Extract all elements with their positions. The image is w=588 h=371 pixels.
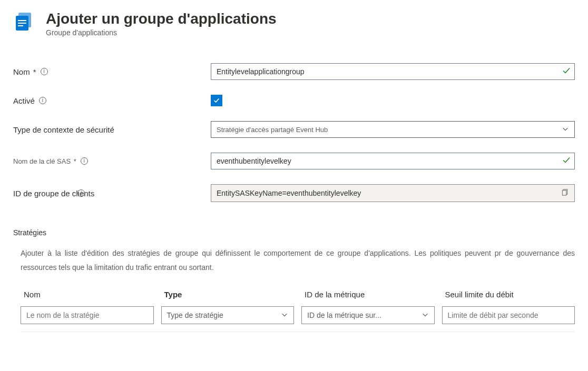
col-header-metric: ID de la métrique xyxy=(301,290,435,299)
info-icon[interactable]: i xyxy=(39,97,46,104)
svg-rect-4 xyxy=(18,25,23,26)
svg-rect-2 xyxy=(18,20,26,21)
client-group-id-field: EntitySASKeyName=eventhubentitylevelkey xyxy=(211,184,575,202)
policy-type-select[interactable]: Type de stratégie xyxy=(161,306,295,324)
client-group-id-label: ID de groupe de clients i xyxy=(13,189,211,198)
page-header: Ajouter un groupe d'applications Groupe … xyxy=(13,11,575,37)
name-input[interactable] xyxy=(211,63,575,80)
security-context-label: Type de contexte de sécurité xyxy=(13,125,211,134)
sas-key-label: Nom de la clé SAS * i xyxy=(13,157,211,165)
strategies-description: Ajouter à la liste d'édition des stratég… xyxy=(13,246,575,274)
chevron-down-icon xyxy=(281,311,288,320)
info-icon[interactable]: i xyxy=(81,157,88,165)
policy-table: Nom Type Type de stratégie ID de la métr… xyxy=(13,290,575,324)
security-context-value: Stratégie d'accès partagé Event Hub xyxy=(217,126,328,134)
enabled-checkbox[interactable] xyxy=(211,95,222,106)
col-header-rate: Seuil limite du débit xyxy=(442,290,575,299)
svg-rect-3 xyxy=(18,23,26,24)
sas-key-input[interactable] xyxy=(211,153,575,169)
info-icon[interactable]: i xyxy=(41,68,48,75)
strategies-section-title: Stratégies xyxy=(13,228,575,237)
policy-name-input[interactable] xyxy=(21,306,154,324)
copy-icon[interactable] xyxy=(561,188,569,198)
security-context-select[interactable]: Stratégie d'accès partagé Event Hub xyxy=(211,121,575,138)
client-group-id-value: EntitySASKeyName=eventhubentitylevelkey xyxy=(217,189,361,197)
svg-rect-6 xyxy=(562,190,566,195)
page-title: Ajouter un groupe d'applications xyxy=(46,11,277,27)
app-group-icon xyxy=(13,11,35,33)
policy-rate-input[interactable] xyxy=(442,306,575,324)
col-header-type: Type xyxy=(161,290,295,299)
page-subtitle: Groupe d'applications xyxy=(46,28,277,37)
policy-metric-select[interactable]: ID de la métrique sur... xyxy=(301,306,435,324)
enabled-label: Activé i xyxy=(13,96,211,105)
divider xyxy=(21,332,575,332)
col-header-name: Nom xyxy=(21,290,154,299)
chevron-down-icon xyxy=(422,311,429,320)
chevron-down-icon xyxy=(562,125,569,134)
name-label: Nom * i xyxy=(13,67,211,76)
